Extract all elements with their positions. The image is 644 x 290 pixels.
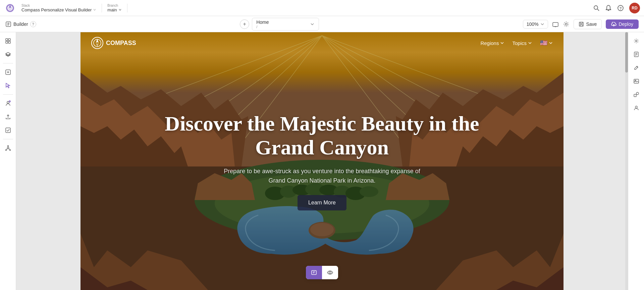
nav-language[interactable]: 🇺🇸 (540, 39, 553, 47)
hero-cta-button[interactable]: Learn More (298, 195, 346, 210)
svg-point-21 (9, 150, 10, 151)
right-sidebar-settings-icon[interactable] (630, 35, 642, 47)
hero-title: Discover the Majestic Beauty in the Gran… (148, 112, 496, 160)
sidebar-layers-icon[interactable] (2, 48, 14, 60)
add-page-button[interactable]: + (240, 19, 249, 29)
topics-dropdown-icon (528, 41, 532, 45)
svg-rect-13 (8, 41, 10, 43)
canvas-area[interactable]: COMPASS Regions Topics 🇺🇸 (16, 32, 628, 290)
save-label: Save (586, 21, 597, 27)
svg-point-9 (565, 23, 567, 25)
stack-name[interactable]: Compass Personalize Visual Builder (21, 7, 96, 12)
canvas-scrollbar[interactable] (625, 32, 628, 290)
page-dropdown-icon (310, 22, 315, 27)
canvas-scrollbar-thumb[interactable] (625, 32, 628, 72)
svg-point-19 (7, 146, 8, 147)
nav-regions[interactable]: Regions (480, 40, 504, 46)
canvas-frame: COMPASS Regions Topics 🇺🇸 (80, 32, 564, 290)
site-nav: COMPASS Regions Topics 🇺🇸 (80, 32, 564, 54)
zoom-dropdown-icon (540, 22, 544, 26)
builder-help-button[interactable]: ? (30, 21, 36, 27)
preview-icon (327, 269, 333, 276)
builder-bar: Builder ? + Home / 100% Save Deploy (0, 16, 644, 32)
site-nav-right: Regions Topics 🇺🇸 (480, 39, 553, 47)
deploy-label: Deploy (619, 21, 633, 27)
svg-rect-10 (6, 39, 8, 41)
builder-bar-center: + Home / (42, 18, 518, 31)
left-sidebar (0, 32, 16, 290)
deploy-icon (611, 21, 616, 27)
branch-name[interactable]: main (107, 7, 121, 12)
hero-section: COMPASS Regions Topics 🇺🇸 (80, 32, 564, 290)
sidebar-divider-3 (3, 139, 13, 139)
regions-dropdown-icon (500, 41, 504, 45)
page-path: / (256, 25, 307, 29)
nav-topics[interactable]: Topics (512, 40, 532, 46)
svg-text:?: ? (620, 6, 622, 10)
main-area: COMPASS Regions Topics 🇺🇸 (0, 32, 644, 290)
hero-content: Discover the Majestic Beauty in the Gran… (80, 32, 564, 290)
search-icon[interactable] (593, 5, 600, 11)
branch-dropdown-icon (118, 8, 122, 11)
svg-rect-12 (6, 41, 8, 43)
stack-dropdown-icon (93, 8, 96, 11)
device-view-icon[interactable] (552, 21, 559, 28)
top-bar: Stack Compass Personalize Visual Builder… (0, 0, 644, 16)
sidebar-divider-1 (3, 63, 13, 63)
sidebar-add-element-icon[interactable] (2, 66, 14, 78)
sidebar-select-icon[interactable] (2, 80, 14, 92)
stack-label: Stack (21, 4, 96, 7)
svg-point-59 (636, 92, 639, 95)
page-name: Home (256, 19, 307, 25)
sidebar-upload-icon[interactable] (2, 111, 14, 123)
svg-point-54 (635, 40, 637, 42)
user-avatar[interactable]: RD (629, 3, 640, 13)
sidebar-personalize-icon[interactable] (2, 97, 14, 109)
save-icon (579, 21, 584, 27)
zoom-selector[interactable]: 100% (523, 20, 548, 29)
edit-view-button[interactable] (306, 266, 322, 279)
sidebar-checklist-icon[interactable] (2, 124, 14, 136)
right-sidebar-image-icon[interactable] (630, 75, 642, 87)
site-logo-text: COMPASS (106, 40, 136, 47)
sidebar-network-icon[interactable] (2, 142, 14, 154)
svg-point-20 (5, 150, 6, 151)
svg-point-60 (635, 106, 637, 108)
flag-icon: 🇺🇸 (540, 39, 547, 47)
help-icon[interactable]: ? (617, 5, 624, 11)
zoom-level: 100% (527, 21, 539, 27)
builder-label-container: Builder ? (5, 21, 36, 27)
page-selector[interactable]: Home / (252, 18, 319, 31)
sidebar-grid-icon[interactable] (2, 35, 14, 47)
right-sidebar (628, 32, 644, 290)
svg-rect-11 (8, 39, 10, 41)
edit-view-icon (311, 269, 317, 276)
bell-icon[interactable] (605, 5, 612, 11)
builder-bar-right: 100% Save Deploy (523, 19, 639, 29)
deploy-button[interactable]: Deploy (606, 19, 639, 29)
svg-point-53 (329, 272, 331, 274)
save-button[interactable]: Save (574, 19, 602, 29)
right-sidebar-page-icon[interactable] (630, 48, 642, 60)
compass-logo-icon (5, 3, 15, 13)
preview-button[interactable] (322, 266, 338, 279)
settings-icon[interactable] (563, 21, 570, 28)
svg-rect-8 (553, 22, 558, 27)
svg-rect-58 (634, 94, 636, 97)
builder-icon (5, 21, 11, 27)
svg-rect-52 (312, 271, 316, 275)
svg-point-4 (594, 6, 598, 9)
svg-rect-17 (6, 128, 10, 133)
bottom-toolbar (306, 266, 338, 279)
svg-point-15 (7, 101, 9, 103)
language-dropdown-icon (549, 41, 553, 45)
top-bar-left: Stack Compass Personalize Visual Builder… (4, 3, 127, 13)
stack-info: Stack Compass Personalize Visual Builder (19, 4, 102, 12)
hero-subtitle: Prepare to be awe-struck as you venture … (221, 166, 423, 186)
right-sidebar-shapes-icon[interactable] (630, 89, 642, 101)
right-sidebar-user-icon[interactable] (630, 102, 642, 114)
top-bar-right: ? RD (593, 3, 640, 13)
right-sidebar-edit-icon[interactable] (630, 62, 642, 74)
branch-label: Branch (107, 4, 121, 7)
builder-text: Builder (13, 21, 28, 27)
